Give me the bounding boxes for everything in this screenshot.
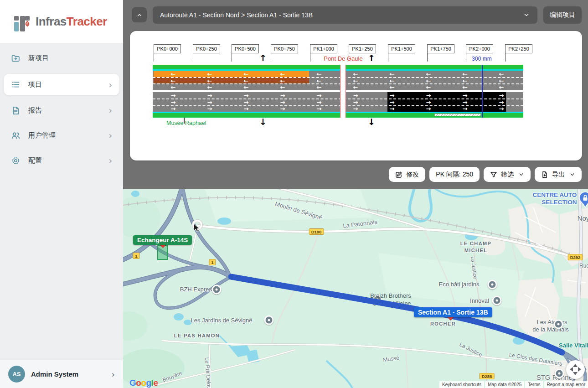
hatched-strip[interactable] [434, 114, 481, 116]
museum-label: Musée Raphael [166, 120, 206, 126]
lane-direction-arrow: → [499, 98, 504, 105]
attribution-link[interactable]: Report a map error [544, 381, 588, 388]
lane-direction-arrow: ← [426, 77, 431, 84]
export-file-icon [541, 171, 548, 178]
map-label[interactable]: LE CHAMP [460, 241, 492, 246]
access-arrow-icon: ↓ [259, 116, 267, 128]
measure-line[interactable] [482, 65, 483, 118]
map-canvas[interactable]: Breizh Brothers d'Ille et Vilaine Moulin… [123, 189, 588, 388]
map-label[interactable]: LE PAS HAMON [174, 333, 220, 338]
pk-label: PK1+250 [349, 44, 376, 53]
map-label[interactable]: Rue [579, 263, 588, 269]
road-strip: ←←←←←←←←←←←←←←←←←←←←←←←←←←←←←←→→→→→→→→→→… [153, 65, 523, 118]
pk-tick [271, 53, 271, 62]
lane-direction-arrow: ← [426, 71, 431, 78]
sidebar-item-reports[interactable]: 报告 › [4, 101, 119, 119]
lane-direction-arrow: → [171, 105, 176, 112]
map-label[interactable]: La Patonnais [342, 218, 377, 229]
map-label[interactable]: CENTRE AUTO [533, 191, 577, 198]
sidebar-item-label: 用户管理 [28, 131, 108, 140]
map-label[interactable]: Le Pré Delourme [204, 357, 213, 388]
pk-marker: PK1+500 [388, 44, 415, 53]
lane-direction-arrow: → [244, 98, 249, 105]
map-label[interactable]: SELECTION [542, 199, 577, 206]
access-arrow-icon: ↑ [259, 52, 267, 64]
sidebar-item-settings[interactable]: 配置 › [4, 151, 119, 170]
section-marker-label[interactable]: Section A1 - Sortie 13B [414, 307, 492, 317]
works-overlay-orange[interactable] [154, 71, 309, 77]
google-logo[interactable]: Google [129, 378, 158, 388]
map-label[interactable]: Salle Vitalia [559, 342, 588, 349]
map-label[interactable]: Les Jardins de Sévigné [191, 317, 252, 324]
pk-label: PK1+000 [310, 44, 337, 53]
pk-label: PK0+750 [271, 44, 298, 53]
map-label[interactable]: La Justice [459, 341, 483, 358]
sidebar-item-label: 报告 [28, 106, 108, 115]
map-label[interactable]: Innoval [470, 297, 489, 304]
collapse-panel-button[interactable] [132, 7, 147, 22]
poi-marker[interactable] [555, 369, 564, 378]
map-label[interactable]: Le Clos des Daumiers [509, 352, 563, 367]
map-label[interactable]: La Justice [470, 256, 478, 279]
road-badge: D292 [568, 254, 583, 260]
lane-direction-arrow: → [353, 98, 358, 105]
main-panel: Autoroute A1 - Section Nord > Section A1… [123, 0, 588, 388]
works-overlay-black[interactable] [387, 92, 506, 112]
map-label[interactable]: Moulin de Sévigné [274, 200, 323, 221]
pk-marker: PK1+750 [427, 44, 454, 53]
poi-marker[interactable] [492, 296, 502, 305]
pk-interval-label: PK 间隔: 250 [436, 171, 473, 179]
map-label[interactable]: Bouyère [162, 370, 183, 383]
poi-marker[interactable] [212, 285, 222, 295]
attribution-link[interactable]: Map data ©2025 [485, 381, 524, 388]
poi-marker[interactable] [554, 320, 563, 329]
interchange-marker-label[interactable]: Echangeur A-14S [133, 235, 192, 245]
folder-plus-icon [11, 53, 21, 63]
pk-marker: PK2+250 [505, 44, 532, 53]
lane-direction-arrow: ← [207, 77, 212, 84]
lane-direction-arrow: ← [463, 71, 468, 78]
sidebar-item-new-project[interactable]: 新项目 [4, 49, 119, 67]
project-breadcrumb-select[interactable]: Autoroute A1 - Section Nord > Section A1… [153, 6, 537, 24]
user-profile-row[interactable]: AS Admin System › [0, 360, 123, 388]
map-label[interactable]: Eco bâti jardins [439, 281, 480, 288]
map-label[interactable]: MICHEL [464, 248, 488, 253]
attribution-link[interactable]: Terms [525, 381, 543, 388]
pk-tick [427, 53, 428, 62]
map-label[interactable]: BZH Express [180, 286, 215, 293]
map-label[interactable]: Noy [578, 214, 588, 222]
map-attribution: Keyboard shortcuts Map data ©2025 Terms … [439, 381, 588, 388]
poi-marker[interactable] [264, 316, 274, 325]
works-overlay-brown[interactable] [154, 77, 309, 83]
lane-direction-arrow: → [353, 92, 358, 99]
attribution-link[interactable]: Keyboard shortcuts [439, 381, 484, 388]
pk-label: PK1+500 [388, 44, 415, 53]
pk-label: PK0+250 [193, 44, 220, 53]
lane-direction-arrow: ← [499, 71, 504, 78]
export-button[interactable]: 导出 [535, 167, 582, 182]
road-badge: D100 [309, 228, 324, 235]
brand-name: InfrasTracker [36, 15, 107, 29]
bridge-marker[interactable] [340, 65, 346, 118]
sidebar-item-projects[interactable]: 项目 › [4, 74, 119, 95]
list-icon [11, 80, 21, 90]
lane-direction-arrow: ← [280, 77, 285, 84]
poi-marker[interactable] [488, 280, 497, 290]
map-label[interactable]: de la Mabilais [532, 326, 569, 333]
filter-button[interactable]: 筛选 [484, 167, 531, 182]
pk-marker: PK0+500 [232, 44, 259, 53]
pk-interval-button[interactable]: PK 间隔: 250 [429, 167, 480, 182]
edit-project-button[interactable]: 编辑项目 [543, 6, 582, 24]
lane-direction-arrow: → [499, 92, 504, 99]
modify-button[interactable]: 修改 [389, 167, 425, 182]
brand-name-tracker: Tracker [67, 15, 107, 28]
schematic-canvas[interactable]: PK0+000 PK0+250 PK0+500 [130, 31, 582, 160]
map-label[interactable]: ROCHER [430, 321, 456, 326]
avatar: AS [8, 366, 25, 383]
locksmith-poi-pin[interactable] [578, 191, 588, 210]
sidebar-item-user-management[interactable]: 用户管理 › [4, 126, 119, 145]
lane-direction-arrow: → [171, 98, 176, 105]
map-pan-control[interactable] [566, 360, 585, 379]
map-label[interactable]: Mussé [383, 355, 400, 363]
brand-logo: InfrasTracker [0, 0, 123, 43]
